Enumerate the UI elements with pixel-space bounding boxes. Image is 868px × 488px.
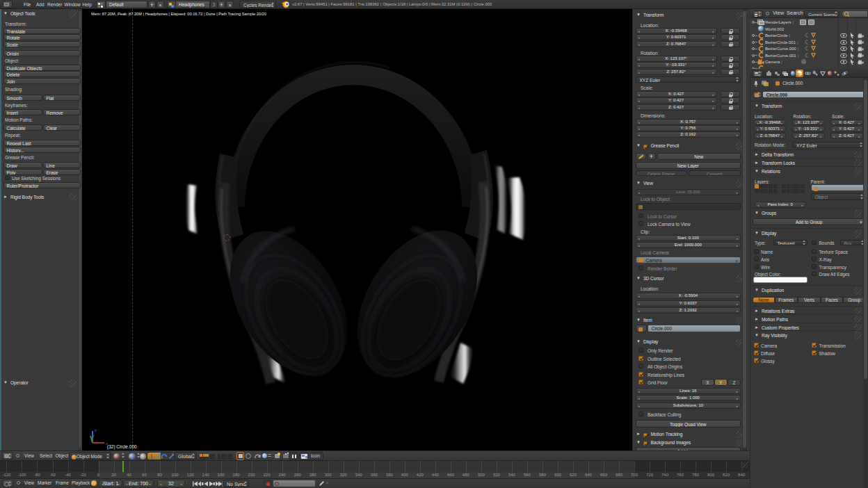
svg-text:x: x — [106, 441, 108, 446]
svg-text:y: y — [93, 433, 95, 437]
svg-text:z: z — [95, 428, 97, 432]
